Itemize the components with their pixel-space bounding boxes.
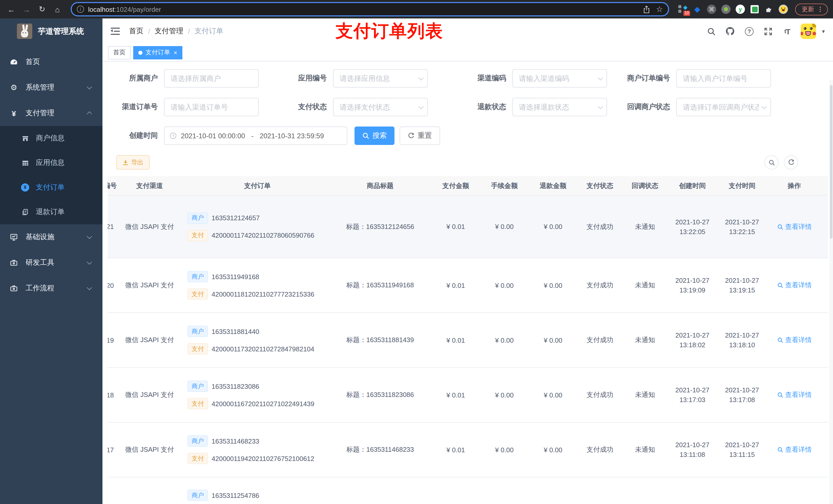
gear-icon: ⚙ bbox=[9, 83, 19, 92]
table-row-partial[interactable]: 商户 1635311254786 bbox=[108, 477, 828, 504]
toolbox-icon bbox=[9, 259, 19, 267]
clock-icon bbox=[170, 132, 177, 139]
font-size-icon[interactable]: tT bbox=[782, 26, 792, 37]
browser-toolbar: ← → ↻ ⌂ i localhost:1024/pay/order ☆ ◆ 1… bbox=[0, 0, 833, 19]
briefcase-icon bbox=[9, 284, 19, 292]
browser-reload-button[interactable]: ↻ bbox=[36, 3, 48, 15]
active-dot bbox=[138, 50, 142, 54]
pay-order-no: 4200001181202110277723215336 bbox=[212, 290, 314, 298]
refund-status-select[interactable] bbox=[512, 98, 607, 116]
extension-icon-2[interactable]: ◆ bbox=[693, 5, 702, 14]
browser-menu-icon[interactable]: ⋮ bbox=[817, 6, 823, 13]
pay-order-no: 4200001194202110276752100612 bbox=[212, 455, 314, 462]
sidebar-collapse-icon[interactable] bbox=[111, 28, 120, 35]
create-time-range-picker[interactable]: 2021-10-01 00:00:00 - 2021-10-31 23:59:5… bbox=[164, 126, 347, 145]
avatar-caret-icon[interactable]: ▾ bbox=[822, 28, 825, 34]
chevron-down-icon bbox=[762, 104, 767, 109]
red-annotation-text: 支付订单列表 bbox=[336, 20, 443, 43]
table-row[interactable]: 19 微信 JSAPI 支付 商户 1635311881440 支付 42000… bbox=[108, 313, 828, 368]
extension-icon-3[interactable]: ⌘ bbox=[707, 5, 716, 14]
sidebar-item-refund-order[interactable]: 退款订单 bbox=[0, 200, 102, 224]
browser-home-button[interactable]: ⌂ bbox=[51, 3, 64, 15]
channel-order-no-input[interactable] bbox=[164, 98, 259, 116]
sidebar-item-payment[interactable]: ¥ 支付管理 bbox=[0, 100, 102, 126]
search-icon[interactable] bbox=[706, 26, 716, 37]
app-logo[interactable]: 芋道管理系统 bbox=[0, 19, 102, 44]
chevron-down-icon bbox=[87, 285, 92, 290]
extension-icon-5[interactable]: y bbox=[736, 5, 745, 14]
chevron-up-icon bbox=[87, 112, 92, 117]
breadcrumb-payment[interactable]: 支付管理 bbox=[155, 27, 184, 36]
table-body: 21 微信 JSAPI 支付 商户 1635312124657 支付 42000… bbox=[108, 196, 828, 477]
pay-tag: 支付 bbox=[188, 343, 208, 355]
help-icon[interactable]: ? bbox=[744, 26, 754, 37]
page-scrollbar[interactable] bbox=[829, 80, 833, 504]
sidebar-item-home[interactable]: 首页 bbox=[0, 49, 102, 75]
view-detail-link[interactable]: 查看详情 bbox=[777, 390, 812, 400]
tab-pay-order[interactable]: 支付订单 × bbox=[133, 46, 182, 59]
extensions-puzzle-icon[interactable] bbox=[764, 5, 774, 14]
view-detail-link[interactable]: 查看详情 bbox=[777, 335, 812, 345]
table-row[interactable]: 20 微信 JSAPI 支付 商户 1635311949168 支付 42000… bbox=[108, 258, 828, 313]
merchant-order-no-input[interactable] bbox=[676, 69, 771, 88]
chevron-down-icon bbox=[87, 84, 92, 89]
bookmark-star-icon[interactable]: ☆ bbox=[656, 5, 663, 14]
merchant-order-no: 1635311949168 bbox=[212, 273, 259, 281]
sidebar-item-infrastructure[interactable]: 基础设施 bbox=[0, 224, 102, 250]
close-icon[interactable]: × bbox=[174, 49, 177, 55]
toolbar-search-toggle-button[interactable] bbox=[764, 155, 779, 170]
sidebar-item-pay-order[interactable]: ¥ 支付订单 bbox=[0, 175, 102, 200]
view-detail-link[interactable]: 查看详情 bbox=[777, 222, 812, 231]
extension-icon-1[interactable]: ◆ 10 bbox=[678, 5, 688, 14]
channel-code-select[interactable] bbox=[512, 69, 607, 88]
site-info-icon[interactable]: i bbox=[77, 6, 84, 13]
notify-status-select[interactable] bbox=[676, 98, 771, 116]
table-row[interactable]: 18 微信 JSAPI 支付 商户 1635311823086 支付 42000… bbox=[108, 368, 828, 423]
table-grid-icon bbox=[21, 159, 30, 167]
share-icon[interactable] bbox=[643, 5, 650, 13]
extension-icon-7[interactable] bbox=[779, 5, 788, 14]
github-icon[interactable] bbox=[725, 26, 735, 37]
search-button[interactable]: 搜索 bbox=[355, 126, 395, 145]
browser-forward-button[interactable]: → bbox=[21, 3, 33, 15]
orders-table: 编号 支付渠道 支付订单 商品标题 支付金额 手续金额 退款金额 支付状态 回调… bbox=[108, 176, 828, 504]
merchant-tag: 商户 bbox=[188, 326, 208, 337]
tab-home[interactable]: 首页 bbox=[108, 46, 130, 59]
merchant-order-no: 1635311823086 bbox=[212, 382, 259, 390]
sidebar-item-app-info[interactable]: 应用信息 bbox=[0, 150, 102, 175]
browser-back-button[interactable]: ← bbox=[5, 3, 18, 15]
pay-status-select[interactable] bbox=[333, 98, 428, 116]
view-detail-link[interactable]: 查看详情 bbox=[777, 281, 812, 290]
table-header-row: 编号 支付渠道 支付订单 商品标题 支付金额 手续金额 退款金额 支付状态 回调… bbox=[108, 176, 828, 196]
breadcrumb-home[interactable]: 首页 bbox=[129, 27, 143, 36]
yen-icon: ¥ bbox=[9, 109, 19, 118]
table-row[interactable]: 21 微信 JSAPI 支付 商户 1635312124657 支付 42000… bbox=[108, 196, 828, 258]
sidebar-item-system[interactable]: ⚙ 系统管理 bbox=[0, 75, 102, 100]
extension-icon-4[interactable] bbox=[721, 5, 731, 14]
export-button[interactable]: 导出 bbox=[116, 155, 149, 170]
merchant-order-no: 1635312124657 bbox=[212, 214, 260, 222]
fullscreen-icon[interactable] bbox=[763, 26, 773, 37]
reset-button[interactable]: 重置 bbox=[400, 126, 440, 145]
app-select[interactable] bbox=[333, 69, 428, 88]
sidebar-item-workflow[interactable]: 工作流程 bbox=[0, 275, 102, 301]
sidebar-item-merchant-info[interactable]: 商户信息 bbox=[0, 126, 102, 150]
navbar-actions: ? tT ▾ bbox=[706, 24, 825, 39]
storefront-icon bbox=[21, 135, 30, 142]
address-bar[interactable]: i localhost:1024/pay/order ☆ bbox=[71, 2, 669, 16]
chevron-down-icon bbox=[419, 75, 424, 80]
merchant-tag: 商户 bbox=[188, 271, 208, 282]
view-detail-link[interactable]: 查看详情 bbox=[777, 445, 812, 454]
sidebar-item-dev-tools[interactable]: 研发工具 bbox=[0, 250, 102, 275]
extension-icon-6[interactable] bbox=[750, 5, 759, 14]
logo-image bbox=[17, 24, 32, 39]
merchant-order-no: 1635311468233 bbox=[212, 437, 259, 445]
merchant-input[interactable] bbox=[164, 69, 259, 88]
table-row[interactable]: 17 微信 JSAPI 支付 商户 1635311468233 支付 42000… bbox=[108, 423, 828, 477]
tags-view-bar: 首页 支付订单 × bbox=[102, 44, 833, 62]
user-avatar[interactable] bbox=[801, 24, 816, 39]
toolbar-refresh-button[interactable] bbox=[784, 155, 798, 170]
browser-update-button[interactable]: 更新 ⋮ bbox=[795, 3, 828, 15]
top-navbar: 首页 / 支付管理 / 支付订单 支付订单列表 ? bbox=[102, 19, 833, 44]
pay-order-no: 4200001174202110278060590766 bbox=[212, 232, 314, 239]
